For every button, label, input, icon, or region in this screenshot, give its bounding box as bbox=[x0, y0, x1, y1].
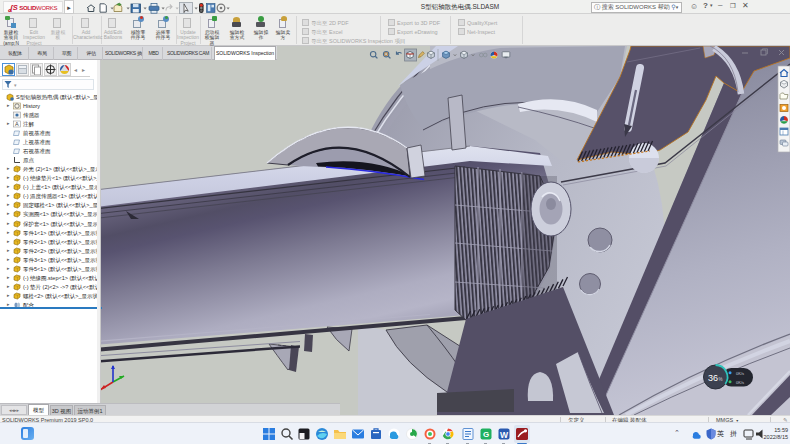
svg-text:G: G bbox=[483, 430, 489, 439]
svg-text:36: 36 bbox=[708, 373, 718, 383]
svg-text:0K/s: 0K/s bbox=[736, 380, 744, 385]
svg-text:0K/s: 0K/s bbox=[736, 371, 744, 376]
svg-text:%: % bbox=[719, 377, 723, 382]
svg-text:W: W bbox=[500, 430, 509, 440]
svg-text:A: A bbox=[15, 121, 19, 127]
